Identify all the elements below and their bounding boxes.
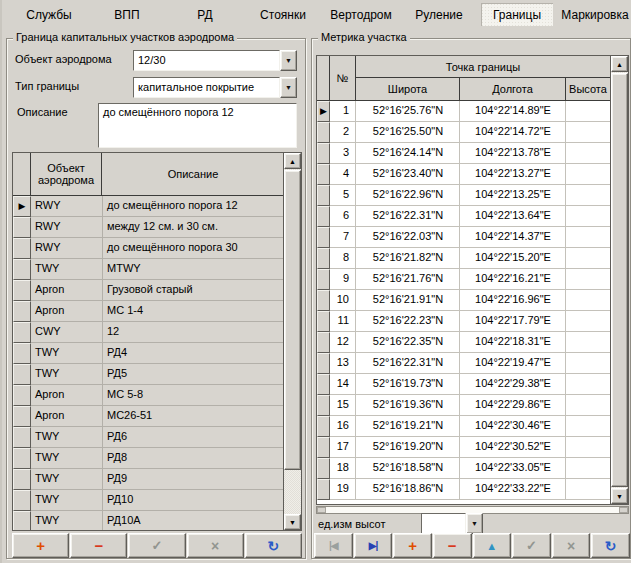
- refresh-button[interactable]: ↻: [245, 533, 302, 558]
- vertical-scrollbar[interactable]: ▲ ▼: [283, 153, 301, 530]
- current-row-icon[interactable]: ▶: [13, 196, 31, 217]
- table-row[interactable]: 1052°16'21.91"N104°22'16.96"E: [317, 290, 611, 311]
- table-row[interactable]: 1552°16'19.36"N104°22'29.86"E: [317, 395, 611, 416]
- tab-taxiways[interactable]: РД: [169, 3, 241, 26]
- row-selector[interactable]: [13, 343, 31, 364]
- chevron-down-icon[interactable]: ▼: [466, 513, 483, 534]
- row-selector[interactable]: [317, 143, 330, 164]
- table-row[interactable]: 1352°16'22.31"N104°22'19.47"E: [317, 353, 611, 374]
- table-row[interactable]: 452°16'23.40"N104°22'13.27"E: [317, 164, 611, 185]
- table-row[interactable]: 1652°16'19.21"N104°22'30.46"E: [317, 416, 611, 437]
- object-combobox-value[interactable]: 12/30: [133, 50, 280, 71]
- cancel-button[interactable]: ×: [552, 533, 591, 558]
- table-row[interactable]: CWY12: [13, 322, 284, 343]
- chevron-down-icon[interactable]: ▼: [280, 77, 297, 98]
- cancel-button[interactable]: ×: [187, 533, 244, 558]
- table-row[interactable]: 752°16'22.03"N104°22'14.37"E: [317, 227, 611, 248]
- row-selector[interactable]: [13, 427, 31, 448]
- tab-stands[interactable]: Стоянки: [247, 3, 319, 26]
- scrollbar-thumb[interactable]: [611, 73, 628, 487]
- add-button[interactable]: +: [12, 533, 69, 558]
- current-row-icon[interactable]: ▶: [317, 101, 330, 122]
- tab-marking[interactable]: Маркировка: [559, 3, 631, 26]
- row-selector[interactable]: [13, 322, 31, 343]
- row-selector[interactable]: [317, 395, 330, 416]
- row-selector[interactable]: [317, 206, 330, 227]
- row-selector[interactable]: [317, 311, 330, 332]
- tab-heliport[interactable]: Вертодром: [325, 3, 397, 26]
- row-selector[interactable]: [317, 248, 330, 269]
- table-row[interactable]: ApronМС 5-8: [13, 385, 284, 406]
- row-selector[interactable]: [317, 185, 330, 206]
- scroll-down-icon[interactable]: ▼: [284, 514, 301, 530]
- table-row[interactable]: 552°16'22.96"N104°22'13.25"E: [317, 185, 611, 206]
- table-row[interactable]: TWYРД8: [13, 448, 284, 469]
- table-row[interactable]: ApronМС 1-4: [13, 301, 284, 322]
- table-row[interactable]: TWYРД6: [13, 427, 284, 448]
- row-selector[interactable]: [13, 406, 31, 427]
- tab-borders[interactable]: Границы: [481, 3, 553, 26]
- row-selector[interactable]: [13, 385, 31, 406]
- table-row[interactable]: 1252°16'22.35"N104°22'18.31"E: [317, 332, 611, 353]
- row-selector[interactable]: [13, 280, 31, 301]
- tab-services[interactable]: Службы: [13, 3, 85, 26]
- add-button[interactable]: +: [393, 533, 432, 558]
- row-selector[interactable]: [13, 490, 31, 511]
- table-row[interactable]: TWYMTWY: [13, 259, 284, 280]
- row-selector[interactable]: [13, 448, 31, 469]
- object-combobox[interactable]: 12/30 ▼: [133, 50, 297, 71]
- row-selector[interactable]: [317, 164, 330, 185]
- table-row[interactable]: 652°16'22.31"N104°22'13.64"E: [317, 206, 611, 227]
- scroll-right-icon[interactable]: [619, 507, 628, 513]
- table-row[interactable]: ApronГрузовой старый: [13, 280, 284, 301]
- row-selector[interactable]: [13, 238, 31, 259]
- table-row[interactable]: 952°16'21.76"N104°22'16.21"E: [317, 269, 611, 290]
- row-selector[interactable]: [13, 511, 31, 531]
- table-row[interactable]: TWYРД9: [13, 469, 284, 490]
- height-unit-combobox-value[interactable]: [421, 513, 466, 534]
- first-button[interactable]: |◀: [314, 533, 353, 558]
- chevron-down-icon[interactable]: ▼: [280, 50, 297, 71]
- border-type-combobox-value[interactable]: капитальное покрытие: [133, 77, 280, 98]
- last-button[interactable]: ▶|: [354, 533, 393, 558]
- table-row[interactable]: 352°16'24.14"N104°22'13.78"E: [317, 143, 611, 164]
- scroll-up-icon[interactable]: ▲: [611, 56, 628, 72]
- row-selector[interactable]: [317, 269, 330, 290]
- height-unit-combobox[interactable]: ▼: [421, 513, 483, 534]
- row-selector[interactable]: [317, 416, 330, 437]
- row-selector[interactable]: [317, 437, 330, 458]
- table-row[interactable]: RWYдо смещённого порога 30: [13, 238, 284, 259]
- row-selector[interactable]: [317, 374, 330, 395]
- table-row[interactable]: 1852°16'18.58"N104°22'33.05"E: [317, 458, 611, 479]
- table-row[interactable]: 1152°16'22.23"N104°22'17.79"E: [317, 311, 611, 332]
- border-type-combobox[interactable]: капитальное покрытие ▼: [133, 77, 297, 98]
- scroll-left-icon[interactable]: [317, 507, 326, 513]
- tab-runways[interactable]: ВПП: [91, 3, 163, 26]
- tab-taxiing[interactable]: Руление: [403, 3, 475, 26]
- table-row[interactable]: RWYмежду 12 см. и 30 см.: [13, 217, 284, 238]
- table-row[interactable]: 1752°16'19.20"N104°22'30.52"E: [317, 437, 611, 458]
- row-selector[interactable]: [317, 458, 330, 479]
- row-selector[interactable]: [317, 122, 330, 143]
- table-row[interactable]: 252°16'25.50"N104°22'14.72"E: [317, 122, 611, 143]
- vertical-scrollbar[interactable]: ▲ ▼: [610, 56, 628, 504]
- table-row[interactable]: ApronМС26-51: [13, 406, 284, 427]
- row-selector[interactable]: [13, 469, 31, 490]
- row-selector[interactable]: [13, 259, 31, 280]
- row-selector[interactable]: [13, 217, 31, 238]
- row-selector[interactable]: [317, 332, 330, 353]
- scroll-down-icon[interactable]: ▼: [611, 488, 628, 504]
- refresh-button[interactable]: ↻: [591, 533, 630, 558]
- table-row[interactable]: TWYРД4: [13, 343, 284, 364]
- row-selector[interactable]: [317, 479, 330, 500]
- description-input[interactable]: до смещённого порога 12: [98, 103, 297, 148]
- table-row[interactable]: ▶RWYдо смещённого порога 12: [13, 196, 284, 217]
- row-selector[interactable]: [13, 301, 31, 322]
- post-button[interactable]: ✓: [512, 533, 551, 558]
- row-selector[interactable]: [317, 290, 330, 311]
- scrollbar-thumb[interactable]: [284, 170, 301, 470]
- edit-button[interactable]: ▲: [473, 533, 512, 558]
- row-selector[interactable]: [317, 353, 330, 374]
- row-selector[interactable]: [317, 227, 330, 248]
- post-button[interactable]: ✓: [128, 533, 185, 558]
